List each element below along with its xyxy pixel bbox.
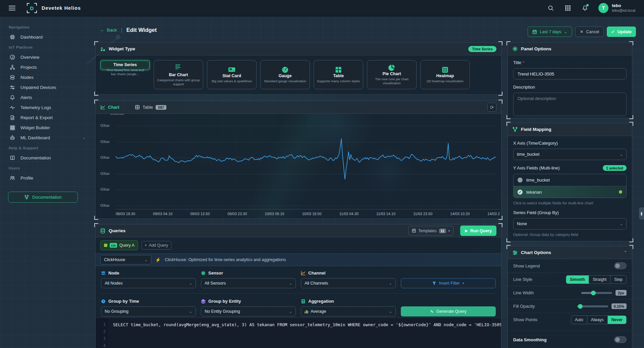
sidebar-item-ml-dashboard[interactable]: ML Dashboard ⌄	[0, 133, 95, 143]
card-desc: 2D heatmap visualization	[427, 79, 463, 83]
templates-button[interactable]: Templates 11 ▾	[408, 226, 453, 236]
query-tab-a[interactable]: CH Query A	[100, 240, 138, 250]
user-info[interactable]: tebo tebo@iot.local	[612, 3, 635, 13]
fill-opacity-slider[interactable]	[577, 305, 608, 307]
pie-chart-icon	[388, 64, 395, 71]
hamburger-menu-icon[interactable]	[9, 4, 15, 12]
add-query-button[interactable]: + Add Query	[141, 241, 171, 250]
app-logo[interactable]: D	[27, 3, 37, 13]
sql-code[interactable]: SELECT time_bucket, round(avgMerge(eng_a…	[108, 318, 501, 348]
tab-table[interactable]: Table 587	[135, 105, 166, 110]
sidebar-item-documentation[interactable]: Documentation	[0, 153, 95, 163]
sidebar-item-unpaired-devices[interactable]: Unpaired Devices	[0, 82, 95, 92]
show-points-always[interactable]: Always	[587, 316, 607, 324]
widget-type-cards: Time Series Time based line, area and ba…	[96, 55, 501, 94]
engine-select[interactable]: ClickHouse ⌄	[100, 255, 151, 264]
refresh-button[interactable]: ⟳	[487, 103, 496, 112]
channel-select[interactable]: All Channels ⌄	[301, 278, 396, 288]
users-icon	[9, 175, 15, 181]
card-time-series[interactable]: Time Series Time based line, area and ba…	[100, 60, 150, 70]
show-legend-toggle[interactable]	[614, 262, 627, 269]
right-rail-handle[interactable]: ❚	[639, 207, 644, 219]
description-textarea[interactable]	[513, 93, 627, 116]
line-style-straight[interactable]: Straight	[589, 276, 610, 284]
fill-opacity-label: Fill Opacity	[513, 304, 535, 309]
card-gauge[interactable]: Gauge Standard gauge visualization	[260, 60, 310, 89]
show-points-never[interactable]: Never	[607, 316, 626, 324]
x-tick: 09/03 23.30	[227, 212, 247, 216]
group-entity-select[interactable]: No Entity Grouping ⌄	[201, 306, 296, 316]
update-button[interactable]: ✓ Update	[607, 27, 636, 37]
cancel-button[interactable]: ✕ Cancel	[575, 27, 604, 37]
sidebar-item-projects[interactable]: Projects	[0, 62, 95, 72]
insert-filter-button[interactable]: Insert Filter ▾	[401, 278, 496, 288]
group-time-value: No Grouping	[105, 309, 128, 314]
back-arrow-icon: ←	[100, 28, 105, 33]
x-axis-select[interactable]: time_bucket ⌄	[513, 149, 627, 160]
time-range-button[interactable]: Last 7 days ⌄	[528, 27, 572, 37]
x-tick: 14/03 10.20	[450, 212, 470, 216]
collapse-chevron-icon[interactable]: ⌃	[624, 250, 627, 255]
filter-insert: Insert Filter ▾	[401, 270, 496, 288]
data-smoothing-toggle[interactable]	[614, 336, 627, 343]
add-query-label: Add Query	[149, 243, 168, 248]
filter-sensor: Sensor All Sensors ⌄	[201, 270, 296, 288]
generate-query-button[interactable]: ✎ Generate Query	[401, 306, 496, 316]
sidebar-item-dashboard[interactable]: Dashboard	[0, 32, 95, 42]
card-stat-card[interactable]: Stat Card Big stat values & sparklines	[207, 60, 257, 89]
sidebar-item-telemetry-logs[interactable]: Telemetry Logs	[0, 102, 95, 112]
caret-down-icon: ▾	[448, 229, 450, 233]
user-avatar[interactable]: T	[598, 3, 608, 13]
chevron-down-icon: ⌄	[189, 281, 192, 286]
lightning-icon: ⚡	[155, 257, 161, 262]
y-field-name: tekanan	[526, 190, 542, 195]
documentation-button[interactable]: Documentation	[8, 192, 78, 203]
card-desc: Big stat values & sparklines	[212, 79, 252, 83]
sidebar-item-report-export[interactable]: Report & Export	[0, 112, 95, 122]
stat-card-icon	[228, 66, 236, 73]
logo-letter: D	[30, 5, 34, 11]
y-field-tekanan[interactable]: ✓ tekanan	[514, 186, 626, 198]
apps-grid-icon[interactable]	[565, 5, 571, 11]
search-icon[interactable]	[548, 5, 554, 11]
card-heatmap[interactable]: Heatmap 2D heatmap visualization	[420, 60, 470, 89]
card-pie-chart[interactable]: Pie Chart The new core pie chart visuali…	[367, 60, 417, 89]
widget-type-title: Widget Type	[109, 46, 135, 51]
y-field-time-bucket[interactable]: time_bucket	[514, 174, 626, 186]
group-time-select[interactable]: No Grouping ⌄	[101, 306, 196, 316]
title-input[interactable]	[513, 68, 627, 80]
sidebar-item-label: Overview	[20, 55, 39, 60]
chart-canvas[interactable]: tekanan 00bar 00bar 00bar 00bar 00bar 00…	[96, 114, 501, 218]
show-points-auto[interactable]: Auto	[571, 316, 587, 324]
line-style-smooth[interactable]: Smooth	[566, 276, 589, 284]
sensor-select[interactable]: All Sensors ⌄	[201, 278, 296, 288]
required-asterisk: *	[523, 60, 524, 65]
sidebar-item-label: Nodes	[20, 75, 34, 80]
line-width-slider[interactable]	[581, 292, 612, 294]
sidebar-item-overview[interactable]: Overview	[0, 52, 95, 62]
sensor-value: All Sensors	[205, 281, 226, 286]
layers-icon	[201, 299, 206, 304]
series-field-select[interactable]: None ⌄	[513, 218, 627, 230]
gauge-icon	[9, 54, 15, 60]
tab-chart[interactable]: Chart	[100, 105, 119, 110]
card-table[interactable]: Table Supports many column styles	[314, 60, 363, 89]
card-bar-chart[interactable]: Bar Chart Categorical charts with group …	[154, 60, 203, 89]
run-query-button[interactable]: ▶ Run Query	[460, 226, 496, 236]
notification-dot	[586, 4, 589, 6]
sidebar-item-widget-builder[interactable]: Widget Builder	[0, 122, 95, 133]
templates-count-badge: 11	[439, 229, 446, 233]
line-style-step[interactable]: Step	[610, 276, 626, 284]
sidebar-item-profile[interactable]: Profile	[0, 173, 95, 183]
line-style-row: Line Style Smooth Straight Step	[508, 272, 632, 286]
sidebar-item-nodes[interactable]: Nodes	[0, 72, 95, 82]
sidebar-item-alerts[interactable]: Alerts	[0, 92, 95, 102]
back-link[interactable]: ← Back	[100, 28, 117, 33]
aggregation-select[interactable]: Average ⌄	[301, 306, 396, 316]
robot-icon	[9, 135, 15, 141]
gauge-icon	[281, 66, 289, 73]
notifications-bell-icon[interactable]	[582, 5, 588, 11]
node-select[interactable]: All Nodes ⌄	[101, 278, 196, 288]
sidebar-item-label: Unpaired Devices	[20, 85, 56, 90]
sql-editor[interactable]: 12 34 5 SELECT time_bucket, round(avgMer…	[96, 317, 501, 348]
